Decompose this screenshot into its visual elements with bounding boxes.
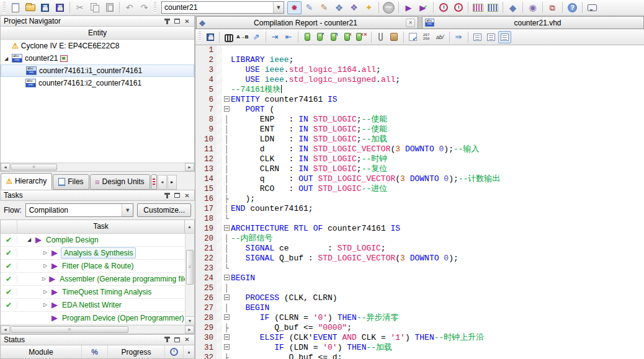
code-line[interactable]: 16├ ); (195, 194, 644, 204)
fold-box-icon[interactable] (224, 275, 230, 280)
task-column-header[interactable]: Task (17, 220, 184, 233)
edit-pencil-button[interactable]: ✎ (317, 1, 331, 14)
pin-planner-button[interactable]: ✎ (302, 1, 316, 14)
scrollbar-thumb[interactable] (11, 164, 57, 171)
bookmark-margin[interactable] (217, 283, 222, 293)
bookmark-margin[interactable] (217, 154, 222, 164)
bookmark-margin[interactable] (217, 184, 222, 194)
bookmark-margin[interactable] (217, 293, 222, 303)
fold-margin[interactable]: │ (222, 184, 231, 194)
fold-margin[interactable] (222, 85, 231, 95)
bookmark-margin[interactable] (217, 214, 222, 224)
code-line[interactable]: 3 USE ieee.std_logic_1164.all; (195, 65, 644, 75)
expander-icon[interactable]: ◢ (26, 237, 32, 242)
feedback-button[interactable] (585, 1, 599, 14)
expander-icon[interactable]: ▷ (42, 289, 48, 295)
fold-box-icon[interactable] (224, 96, 230, 102)
tab-compilation-report[interactable]: ◆ Compilation Report - counter21 ✕ (196, 16, 418, 29)
scroll-left-icon[interactable]: ◄ (1, 163, 10, 171)
toolbar-grip[interactable] (154, 2, 156, 13)
find-button[interactable] (222, 31, 235, 43)
new-file-button[interactable] (8, 1, 22, 14)
bookmark-margin[interactable] (217, 273, 222, 283)
bookmark-margin[interactable] (217, 65, 222, 75)
pin-button[interactable] (163, 336, 171, 343)
paste-button[interactable] (102, 1, 117, 14)
pin-button[interactable] (163, 192, 171, 199)
scroll-left-icon[interactable]: ◄ (1, 326, 10, 334)
task-row[interactable]: ✔▷▶TimeQuest Timing Analysis (1, 286, 194, 299)
fold-margin[interactable]: │ (222, 135, 231, 144)
fold-margin[interactable]: │ (222, 144, 231, 154)
pin-button[interactable] (163, 17, 171, 25)
tab-scroll-right-button[interactable]: ► (168, 175, 177, 190)
code-line[interactable]: 23└ (195, 264, 644, 273)
copy-button[interactable] (87, 1, 102, 14)
code-line[interactable]: 11│ d : IN STD_LOGIC_VECTOR(3 DOWNTO 0);… (195, 144, 644, 154)
bookmark-margin[interactable] (217, 164, 222, 174)
code-line[interactable]: 4 USE ieee.std_logic_unsigned.all; (195, 75, 644, 85)
fold-view-button[interactable] (485, 31, 498, 43)
tab-hierarchy[interactable]: ⚠ Hierarchy (1, 173, 52, 190)
bookmark-margin[interactable] (217, 323, 222, 333)
toggle-bookmark-button[interactable] (301, 31, 314, 43)
code-line[interactable]: 28 IF (CLRN = '0') THEN--异步清零 (195, 313, 644, 323)
fold-margin[interactable] (222, 55, 231, 65)
code-line[interactable]: 22│ SIGNAL Q_buf : STD_LOGIC_VECTOR(3 DO… (195, 254, 644, 264)
flow-select[interactable]: Compilation ▼ (25, 203, 134, 217)
code-line[interactable]: 8│ ENP : IN STD_LOGIC;--使能 (195, 115, 644, 125)
save-button[interactable] (38, 1, 52, 14)
code-line[interactable]: 12│ CLK : IN STD_LOGIC;--时钟 (195, 154, 644, 164)
goto-button[interactable]: ⇗ (250, 31, 263, 43)
bookmark-margin[interactable] (217, 115, 222, 125)
fold-margin[interactable]: │ (222, 125, 231, 135)
fold-margin[interactable]: ├ (222, 353, 231, 359)
fold-margin[interactable] (222, 95, 231, 105)
bookmark-margin[interactable] (217, 45, 222, 55)
fold-box-icon[interactable] (224, 295, 230, 300)
goto-next-button[interactable]: ⇒ (452, 31, 465, 43)
tree-row-top-entity[interactable]: ◢ counter21 (1, 52, 194, 64)
bookmark-margin[interactable] (217, 234, 222, 244)
fold-margin[interactable] (222, 65, 231, 75)
help-button[interactable]: ? (565, 1, 579, 14)
save-project-button[interactable] (53, 1, 67, 14)
tab-partial[interactable] (151, 174, 157, 190)
start-analysis-button[interactable]: ▶✔ (416, 1, 431, 14)
tree-row-instance[interactable]: counter74161:i2_counter74161 (1, 77, 194, 89)
bookmark-margin[interactable] (217, 95, 222, 105)
tree-row-instance[interactable]: counter74161:i1_counter74161 (1, 64, 194, 77)
fold-margin[interactable] (222, 75, 231, 85)
bookmark-margin[interactable] (217, 55, 222, 65)
toolbar-grip[interactable] (199, 32, 201, 43)
fold-margin[interactable] (222, 45, 231, 55)
device-button[interactable]: ✦ (362, 1, 376, 14)
code-line[interactable]: 32├ Q_buf <= d; (195, 353, 644, 359)
bookmark-margin[interactable] (217, 224, 222, 234)
fold-margin[interactable]: ├ (222, 323, 231, 333)
design-partition-button[interactable]: ⧉ (545, 1, 560, 14)
toolbar-grip[interactable] (3, 2, 6, 13)
tab-design-units[interactable]: ⧈ Design Units (90, 174, 150, 190)
open-file-button[interactable] (23, 1, 37, 14)
fold-margin[interactable]: │ (222, 234, 231, 244)
timequest-button[interactable] (436, 1, 450, 14)
code-line[interactable]: 14│ q : OUT STD_LOGIC_VECTOR(3 DOWNTO 0)… (195, 174, 644, 184)
scroll-right-icon[interactable]: ► (185, 163, 194, 171)
code-line[interactable]: 10│ LDN : IN STD_LOGIC;--加载 (195, 135, 644, 144)
fold-margin[interactable] (222, 273, 231, 283)
pn-horizontal-scrollbar[interactable]: ◄ ► (1, 162, 194, 171)
code-line[interactable]: 20│--内部信号 (195, 234, 644, 244)
bookmark-margin[interactable] (217, 353, 222, 359)
code-line[interactable]: 9│ ENT : IN STD_LOGIC;--使能 (195, 125, 644, 135)
code-line[interactable]: 19ARCHITECTURE RTL OF counter74161 IS (195, 224, 644, 234)
fold-box-icon[interactable] (224, 334, 230, 340)
bookmark-margin[interactable] (217, 303, 222, 313)
code-line[interactable]: 25│ (195, 283, 644, 293)
tab-files[interactable]: Files (53, 174, 89, 190)
replace-button[interactable]: A→B (236, 31, 249, 43)
bookmark-margin[interactable] (217, 343, 222, 353)
code-line[interactable]: 24BEGIN (195, 273, 644, 283)
cut-button[interactable]: ✂ (73, 1, 87, 14)
close-button[interactable]: ✕ (183, 17, 191, 25)
